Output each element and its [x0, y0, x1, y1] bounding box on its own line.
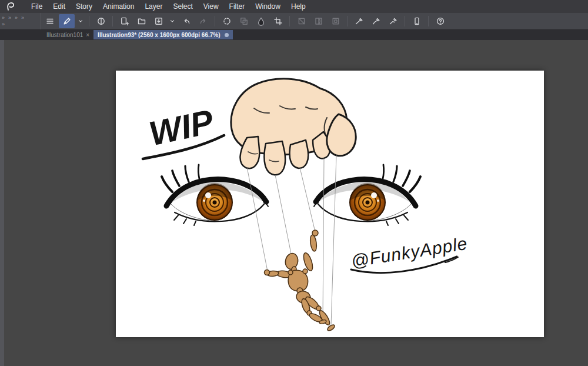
app-logo-icon[interactable] [4, 1, 16, 12]
toolbar-separator [405, 16, 405, 26]
ink-drop-icon [256, 16, 266, 26]
pen-icon [62, 16, 72, 26]
collapsed-panel-edge[interactable] [0, 40, 4, 366]
help-button[interactable] [432, 14, 448, 28]
wooden-mannequin [265, 230, 336, 332]
marionette-strings [247, 155, 336, 326]
companion-device-button[interactable] [409, 14, 425, 28]
crop-button[interactable] [270, 14, 286, 28]
tab-title: Illustration101 [46, 32, 83, 38]
spinner-icon [222, 16, 232, 26]
frame-icon [331, 16, 340, 26]
toolbar-separator [289, 16, 290, 26]
fill-tool-button[interactable] [253, 14, 269, 28]
export-icon [154, 16, 163, 26]
chevron-down-icon [77, 18, 84, 25]
line-pen-icon [355, 16, 364, 26]
menu-help[interactable]: Help [286, 0, 311, 13]
document-canvas[interactable]: WIP [116, 71, 544, 337]
stroke-curve-tool-button[interactable] [368, 14, 384, 28]
menu-select[interactable]: Select [168, 0, 198, 13]
folder-icon [137, 16, 146, 26]
tab-illustration101[interactable]: Illustration101 × [42, 30, 93, 39]
crop-icon [273, 16, 283, 26]
panel-expand-chevron[interactable]: » [8, 15, 11, 21]
wip-label-group: WIP [143, 102, 224, 159]
pen-tool-button[interactable] [59, 14, 75, 28]
export-dropdown-button[interactable] [168, 14, 177, 28]
new-file-icon [120, 16, 129, 26]
mask-icon [314, 16, 323, 26]
panel-expand-chevron[interactable]: » [2, 15, 5, 21]
refresh-button[interactable] [219, 14, 235, 28]
tab-close-icon[interactable]: × [86, 32, 89, 38]
duplicate-icon [239, 16, 249, 26]
puppeteer-hand [231, 79, 356, 175]
undo-icon [182, 16, 191, 26]
toolbar-separator [347, 16, 348, 26]
menu-filter[interactable]: Filter [224, 0, 250, 13]
workspace-background: WIP [0, 40, 588, 366]
undo-button[interactable] [178, 14, 194, 28]
toolbar-separator [215, 16, 215, 26]
document-tab-bar: Illustration101 × Illustration93* (2560 … [0, 29, 588, 40]
symmetry-ruler-button[interactable] [93, 14, 109, 28]
tab-illustration93[interactable]: Illustration93* (2560 x 1600px 600dpi 66… [93, 30, 232, 39]
export-button[interactable] [151, 14, 166, 28]
menu-layer[interactable]: Layer [139, 0, 168, 13]
menu-bar: File Edit Story Animation Layer Select V… [0, 0, 588, 13]
curve-pen-icon [372, 16, 381, 26]
modified-indicator[interactable] [225, 33, 229, 37]
toolbar-separator [112, 16, 113, 26]
main-menu-button[interactable] [42, 14, 58, 28]
app-window: File Edit Story Animation Layer Select V… [0, 0, 588, 366]
chevron-down-icon [169, 18, 176, 25]
redo-icon [199, 16, 208, 26]
tool-dropdown-button[interactable] [76, 14, 85, 28]
stroke-line-tool-button[interactable] [351, 14, 367, 28]
transform-icon [297, 16, 306, 26]
layer-mask-button [310, 14, 326, 28]
tab-title: Illustration93* (2560 x 1600px 600dpi 66… [98, 32, 220, 38]
stroke-edit-tool-button[interactable] [385, 14, 401, 28]
polyline-pen-icon [389, 16, 398, 26]
duplicate-button [236, 14, 252, 28]
question-icon [436, 16, 445, 26]
panel-expand-chevron[interactable]: » [15, 15, 18, 21]
wip-text: WIP [146, 102, 217, 152]
signature-group: @FunkyApple [350, 233, 469, 272]
menu-file[interactable]: File [26, 0, 48, 13]
menu-window[interactable]: Window [250, 0, 286, 13]
smartphone-icon [412, 16, 422, 26]
menu-animation[interactable]: Animation [98, 0, 139, 13]
symmetry-ruler-icon [96, 16, 106, 26]
toolbar-separator [89, 16, 89, 26]
signature-text: @FunkyApple [350, 233, 469, 271]
artwork: WIP [116, 71, 544, 337]
new-canvas-button[interactable] [116, 14, 132, 28]
menu-edit[interactable]: Edit [48, 0, 71, 13]
menu-story[interactable]: Story [71, 0, 98, 13]
collapsed-panels-zone: » » » » » [0, 13, 41, 29]
open-file-button[interactable] [133, 14, 149, 28]
panel-expand-chevron[interactable]: » [2, 22, 5, 27]
frame-border-button [328, 14, 343, 28]
command-toolbar: » » » » » [0, 13, 588, 29]
transform-button [293, 14, 309, 28]
redo-button [195, 14, 211, 28]
left-eye [162, 165, 268, 225]
panel-expand-chevron[interactable]: » [21, 15, 24, 21]
menu-view[interactable]: View [198, 0, 224, 13]
right-eye [314, 165, 420, 225]
toolbar-separator [428, 16, 429, 26]
hamburger-icon [45, 16, 55, 26]
